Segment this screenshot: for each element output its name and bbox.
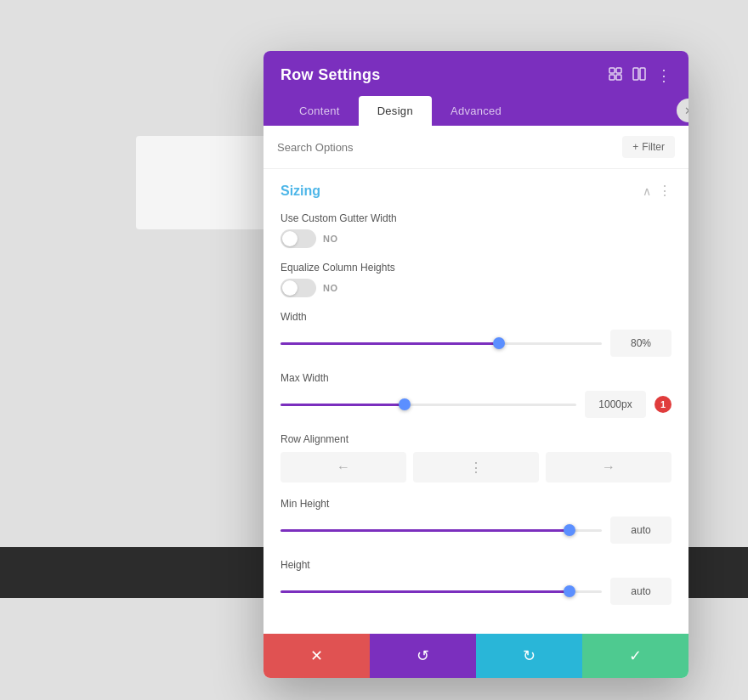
- tab-design[interactable]: Design: [359, 96, 432, 126]
- tab-content[interactable]: Content: [280, 96, 359, 126]
- slider-min-height-control: auto: [280, 517, 672, 544]
- slider-max-width-value[interactable]: 1000px: [585, 391, 646, 418]
- toggle-column-switch[interactable]: [280, 279, 316, 297]
- slider-min-height-label: Min Height: [280, 498, 672, 510]
- svg-rect-1: [616, 68, 621, 73]
- slider-width-label: Width: [280, 311, 672, 323]
- save-button[interactable]: ✓: [582, 634, 688, 678]
- toggle-column-value: NO: [323, 283, 338, 293]
- slider-min-height-value[interactable]: auto: [610, 517, 672, 544]
- row-alignment-label: Row Alignment: [280, 433, 672, 445]
- slider-width-thumb[interactable]: [493, 337, 505, 349]
- alert-badge: 1: [654, 396, 672, 413]
- sizing-section: Sizing ∧ ⋮ Use Custom Gutter Width NO E: [264, 169, 688, 634]
- redo-icon: ↻: [523, 646, 536, 665]
- align-right-button[interactable]: →: [546, 452, 672, 483]
- section-kebab-icon[interactable]: ⋮: [658, 183, 672, 199]
- slider-max-width-fill: [280, 404, 405, 406]
- slider-width: Width 80%: [280, 311, 672, 357]
- toggle-gutter-knob: [282, 231, 298, 246]
- align-center-button[interactable]: ⋮: [413, 452, 539, 483]
- slider-height-thumb[interactable]: [564, 585, 575, 597]
- toggle-column-label: Equalize Column Heights: [280, 262, 672, 274]
- svg-rect-2: [609, 75, 615, 80]
- align-left-button[interactable]: ←: [280, 452, 406, 483]
- slider-max-width-control: 1000px 1: [280, 391, 672, 418]
- cancel-button[interactable]: ✕: [264, 634, 370, 678]
- slider-height-control: auto: [280, 578, 672, 605]
- slider-min-height-thumb[interactable]: [564, 524, 575, 536]
- toggle-gutter-wrapper: NO: [280, 229, 672, 248]
- tab-advanced[interactable]: Advanced: [432, 96, 520, 126]
- plus-icon: +: [632, 141, 638, 153]
- modal-tabs: Content Design Advanced: [280, 96, 672, 126]
- slider-min-height: Min Height auto: [280, 498, 672, 544]
- row-alignment: Row Alignment ← ⋮ →: [280, 433, 672, 483]
- svg-rect-0: [609, 68, 615, 73]
- close-button[interactable]: ✕: [677, 99, 688, 122]
- slider-width-track[interactable]: [280, 342, 602, 345]
- slider-height: Height auto: [280, 559, 672, 605]
- toggle-column-heights: Equalize Column Heights NO: [280, 262, 672, 297]
- align-right-icon: →: [602, 460, 615, 475]
- slider-width-fill: [280, 342, 499, 345]
- modal-footer: ✕ ↺ ↻ ✓: [264, 634, 688, 678]
- slider-height-track[interactable]: [280, 590, 602, 593]
- slider-height-value[interactable]: auto: [610, 578, 672, 605]
- align-center-icon: ⋮: [469, 460, 483, 476]
- svg-rect-3: [616, 75, 621, 80]
- row-settings-modal: Row Settings ⋮: [264, 51, 688, 678]
- slider-width-value[interactable]: 80%: [610, 330, 672, 357]
- cancel-icon: ✕: [310, 646, 323, 665]
- toggle-column-wrapper: NO: [280, 279, 672, 297]
- slider-min-height-fill: [280, 529, 570, 532]
- filter-button[interactable]: + Filter: [622, 136, 675, 158]
- undo-button[interactable]: ↺: [370, 634, 476, 678]
- modal-title-icons: ⋮: [609, 67, 672, 83]
- save-icon: ✓: [629, 646, 642, 665]
- collapse-icon[interactable]: ∧: [643, 184, 651, 198]
- section-title: Sizing: [280, 183, 320, 199]
- slider-max-width: Max Width 1000px 1: [280, 372, 672, 418]
- expand-icon[interactable]: [609, 67, 622, 83]
- modal-title: Row Settings: [280, 66, 381, 84]
- slider-min-height-track[interactable]: [280, 529, 602, 532]
- modal-body: + Filter Sizing ∧ ⋮ Use Custom Gutter Wi…: [264, 126, 688, 634]
- columns-icon[interactable]: [632, 67, 646, 83]
- align-left-icon: ←: [337, 460, 350, 475]
- slider-height-fill: [280, 590, 570, 593]
- slider-width-control: 80%: [280, 330, 672, 357]
- section-header-controls: ∧ ⋮: [643, 183, 672, 199]
- toggle-gutter-label: Use Custom Gutter Width: [280, 212, 672, 224]
- slider-height-label: Height: [280, 559, 672, 571]
- toggle-gutter-value: NO: [323, 234, 338, 244]
- svg-rect-5: [640, 68, 645, 80]
- modal-header: Row Settings ⋮: [264, 51, 688, 126]
- slider-max-width-thumb[interactable]: [399, 398, 411, 410]
- search-input[interactable]: [277, 141, 622, 154]
- section-header: Sizing ∧ ⋮: [280, 183, 672, 199]
- toggle-gutter-width: Use Custom Gutter Width NO: [280, 212, 672, 248]
- row-alignment-buttons: ← ⋮ →: [280, 452, 672, 483]
- slider-max-width-track[interactable]: [280, 404, 576, 406]
- undo-icon: ↺: [416, 646, 429, 665]
- kebab-icon[interactable]: ⋮: [656, 68, 672, 83]
- toggle-gutter-switch[interactable]: [280, 229, 316, 248]
- slider-max-width-label: Max Width: [280, 372, 672, 384]
- search-bar: + Filter: [264, 126, 688, 169]
- svg-rect-4: [633, 68, 638, 80]
- modal-title-row: Row Settings ⋮: [280, 66, 672, 84]
- filter-label: Filter: [642, 141, 665, 153]
- redo-button[interactable]: ↻: [476, 634, 582, 678]
- toggle-column-knob: [282, 280, 298, 296]
